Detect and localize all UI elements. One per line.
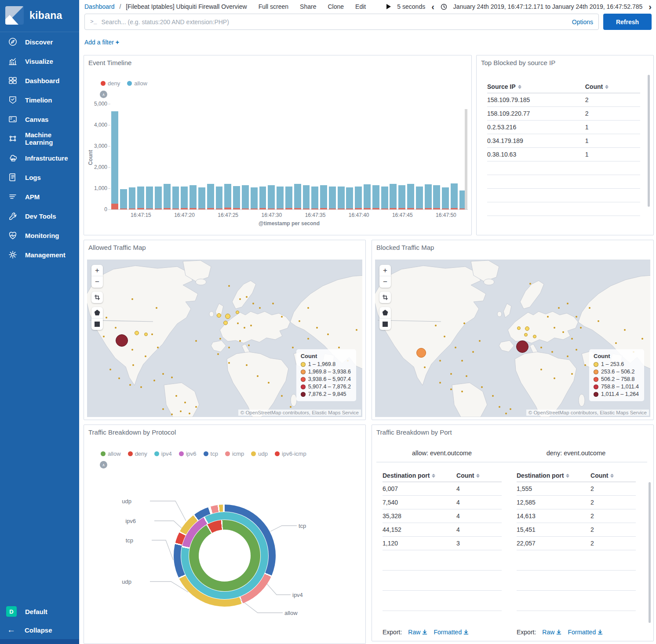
kibana-logo-block[interactable]: kibana [0,0,79,32]
timeline-bar[interactable] [416,187,423,209]
draw-rectangle-button[interactable] [379,318,391,330]
sort-icon[interactable] [476,474,480,478]
timeline-bar[interactable] [346,187,353,209]
timeline-bar[interactable] [155,187,162,209]
sidebar-item-discover[interactable]: Discover [0,32,79,51]
sidebar-item-default-space[interactable]: D Default [0,602,79,621]
menu-item-share[interactable]: Share [300,3,316,10]
map-canvas[interactable]: +−Count1 – 253.6253.6 – 506.2506.2 – 758… [375,260,650,417]
draw-polygon-button[interactable] [379,307,391,318]
timeline-bar[interactable] [129,187,136,209]
timeline-bar[interactable] [172,187,179,209]
export-formatted-link[interactable]: Formatted [434,629,469,636]
timeline-bar[interactable] [381,187,388,209]
sidebar-item-timelion[interactable]: Timelion [0,90,79,110]
timeline-bar[interactable] [355,187,362,209]
timeline-bar[interactable] [320,185,327,209]
sidebar-item-dashboard[interactable]: Dashboard [0,71,79,90]
timeline-bar[interactable] [285,187,292,209]
zoom-in-button[interactable]: + [91,265,103,276]
timeline-bar[interactable] [442,187,449,209]
sort-icon[interactable] [610,474,614,478]
time-forward-chevron[interactable]: › [649,2,652,11]
sidebar-item-logs[interactable]: Logs [0,168,79,187]
sidebar-collapse-button[interactable]: ← Collapse [0,621,79,639]
draw-polygon-button[interactable] [91,307,103,318]
sort-icon[interactable] [432,474,435,478]
column-header-count[interactable]: Count [590,472,636,479]
timeline-bar[interactable] [329,187,336,209]
timeline-bar[interactable] [259,187,266,209]
timeline-bar[interactable] [398,185,405,209]
timeline-bar[interactable] [233,186,240,209]
draw-rectangle-button[interactable] [91,318,103,330]
timeline-bar[interactable] [181,187,188,209]
panel-scrollbar[interactable] [649,482,651,623]
timeline-bar[interactable] [224,184,231,209]
export-raw-link[interactable]: Raw [408,629,427,636]
timeline-bar[interactable] [120,189,127,209]
menu-item-edit[interactable]: Edit [355,3,366,10]
timeline-bar[interactable] [190,185,197,209]
sort-icon[interactable] [518,85,521,89]
timeline-bar[interactable] [303,185,310,209]
timeline-bar[interactable] [251,187,258,209]
sidebar-item-management[interactable]: Management [0,245,79,264]
breadcrumb-dashboard-link[interactable]: Dashboard [84,3,115,10]
sort-icon[interactable] [566,474,569,478]
panel-scrollbar[interactable] [648,75,650,207]
sort-icon[interactable] [605,85,609,89]
timeline-bar[interactable] [164,184,171,209]
zoom-out-button[interactable]: − [91,276,103,288]
legend-collapse-icon[interactable]: ∧ [100,91,107,98]
timeline-bar[interactable] [372,185,379,209]
sunburst-chart[interactable]: udpipv6tcpudptcpipv4allow [84,425,365,644]
play-icon[interactable] [386,4,391,9]
column-header-count[interactable]: Count [585,83,640,90]
timeline-bar[interactable] [207,184,214,209]
fit-to-data-button[interactable] [379,292,391,303]
timeline-bar[interactable] [111,111,118,209]
column-header-source-ip[interactable]: Source IP [487,83,585,90]
map-canvas[interactable]: +−Count1 – 1,969.81,969.8 – 3,938.63,938… [87,260,362,417]
sidebar-item-canvas[interactable]: Canvas [0,110,79,129]
column-header-destination-port[interactable]: Destination port [517,472,590,479]
sidebar-item-monitoring[interactable]: Monitoring [0,226,79,245]
search-input[interactable] [102,18,572,26]
timeline-bar[interactable] [294,184,301,209]
add-filter-link[interactable]: Add a filter + [84,39,119,46]
menu-item-clone[interactable]: Clone [328,3,344,10]
timeline-bar[interactable] [146,187,153,209]
sidebar-item-visualize[interactable]: Visualize [0,51,79,71]
timeline-bar[interactable] [242,185,249,209]
timeline-bar[interactable] [216,187,223,209]
zoom-in-button[interactable]: + [379,265,391,276]
timeline-legend-item-allow[interactable]: allow [127,80,147,87]
column-header-destination-port[interactable]: Destination port [383,472,456,479]
sidebar-item-apm[interactable]: APM [0,187,79,206]
timeline-bar[interactable] [364,184,371,209]
timeline-bar[interactable] [268,185,275,209]
time-back-chevron[interactable]: ‹ [431,2,434,11]
export-raw-link[interactable]: Raw [542,629,561,636]
timeline-bar[interactable] [137,187,144,209]
sidebar-item-machine-learning[interactable]: Machine Learning [0,129,79,148]
timeline-bar[interactable] [277,187,284,209]
timeline-bar[interactable] [311,187,318,209]
timeline-legend-item-deny[interactable]: deny [101,80,120,87]
zoom-out-button[interactable]: − [379,276,391,288]
timeline-bar[interactable] [425,184,432,209]
timeline-bar[interactable] [198,187,205,209]
refresh-button[interactable]: Refresh [603,14,652,30]
menu-item-full-screen[interactable]: Full screen [259,3,288,10]
fit-to-data-button[interactable] [91,292,103,303]
refresh-interval-label[interactable]: 5 seconds [397,3,425,10]
timeline-bar[interactable] [390,184,397,209]
column-header-count[interactable]: Count [456,472,502,479]
sidebar-item-dev-tools[interactable]: Dev Tools [0,206,79,226]
timeline-bar[interactable] [338,187,345,209]
time-range-text[interactable]: January 24th 2019, 16:47:12.171 to Janua… [453,3,642,10]
timeline-bar[interactable] [451,183,458,210]
sidebar-item-infrastructure[interactable]: Infrastructure [0,148,79,168]
timeline-bar[interactable] [407,184,414,209]
